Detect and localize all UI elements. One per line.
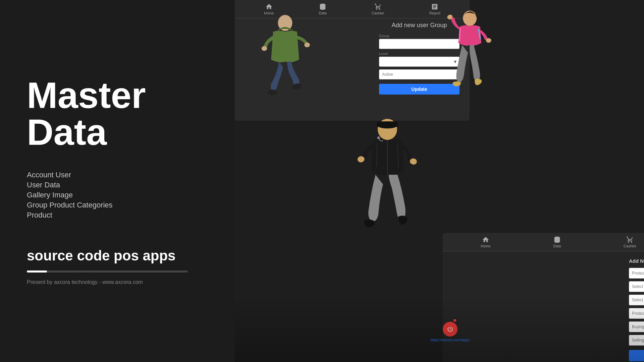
nav-cashier-top[interactable]: Cashier [372, 3, 384, 15]
product-title-input[interactable] [629, 268, 644, 279]
data-label-bottom: Data [553, 244, 561, 248]
product-form-container: Add New Product ▲▼ ▲▼ [621, 251, 644, 362]
svg-point-3 [304, 43, 310, 47]
buying-price-input[interactable] [629, 321, 644, 332]
main-title: Master Data [27, 77, 208, 150]
selling-price-wrapper: ▲▼ [629, 335, 644, 346]
nav-user-data[interactable]: User Data [27, 181, 208, 189]
dancer-figure-3 [339, 114, 436, 255]
nav-report-top[interactable]: Report [429, 3, 440, 15]
bottom-nav-bar: Home Data Cashier Report [443, 233, 644, 251]
title-line2: Data [27, 111, 107, 153]
right-section: Home Data Cashier Report Add new [235, 0, 644, 362]
cashier-icon-top [374, 3, 382, 10]
svg-rect-12 [377, 121, 398, 127]
nav-gallery-image[interactable]: Gallery Image [27, 191, 208, 199]
cashier-label-top: Cashier [372, 11, 384, 15]
power-button-area: https://axcora.com/apps [430, 322, 470, 342]
navigation-list: Account User User Data Gallery Image Gro… [27, 171, 208, 221]
report-label-top: Report [429, 11, 440, 15]
svg-point-8 [486, 38, 491, 43]
dancer-left-top [255, 2, 329, 116]
nav-account-user[interactable]: Account User [27, 171, 208, 179]
nav-cashier-bottom[interactable]: Cashier [624, 236, 636, 248]
product-qty-input[interactable] [629, 308, 644, 319]
progress-bar-container [27, 270, 188, 273]
cashier-icon-bottom [626, 236, 634, 243]
bottom-panel-inner: Home Data Cashier Report Add New Product [443, 233, 644, 362]
power-icon [447, 326, 453, 333]
dancer-figure-1 [255, 12, 315, 116]
product-photo-input[interactable] [629, 295, 644, 305]
dancer-right-top [439, 0, 506, 114]
selling-price-input[interactable] [629, 335, 644, 346]
svg-point-15 [377, 136, 380, 139]
add-product-button[interactable]: Add product [629, 350, 644, 361]
product-qty-wrapper: ▲▼ [629, 308, 644, 319]
report-icon-top [431, 3, 438, 10]
title-line1: Master [27, 74, 146, 116]
svg-point-2 [262, 46, 267, 51]
home-icon-bottom [482, 236, 489, 243]
nav-data-bottom[interactable]: Data [553, 236, 561, 248]
svg-point-4 [268, 90, 277, 96]
product-category-input[interactable] [629, 281, 644, 292]
present-text: Present by axcora technology - www.axcor… [27, 279, 208, 285]
progress-bar-fill [27, 270, 47, 273]
dancer-bottom-center [339, 114, 443, 258]
nav-group-product-categories[interactable]: Group Product Categories [27, 201, 208, 209]
power-button[interactable] [443, 322, 458, 337]
cashier-label-bottom: Cashier [624, 244, 636, 248]
dancer-figure-2 [439, 7, 496, 114]
left-section: Master Data Account User User Data Galle… [0, 0, 235, 362]
source-code-text: source code pos apps [27, 248, 208, 264]
nav-home-bottom[interactable]: Home [481, 236, 490, 248]
svg-point-5 [291, 82, 302, 90]
nav-product[interactable]: Product [27, 211, 208, 220]
buying-price-wrapper: ▲▼ [629, 321, 644, 332]
red-dot-decoration [453, 319, 456, 322]
home-label-bottom: Home [481, 244, 490, 248]
url-link[interactable]: https://axcora.com/apps [430, 338, 470, 342]
product-form-title: Add New Product [629, 258, 644, 264]
data-icon-bottom [553, 236, 561, 243]
